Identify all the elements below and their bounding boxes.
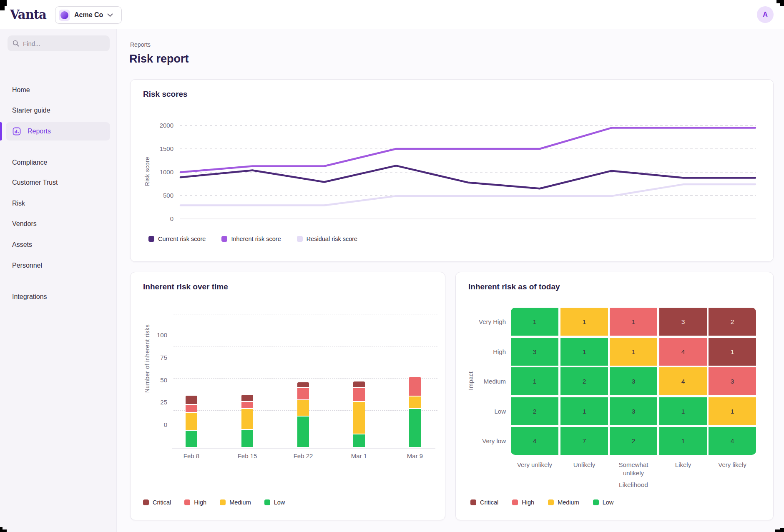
heatmap-row-label: Very low (456, 427, 506, 455)
legend-swatch (593, 499, 599, 505)
bar-segment-critical (297, 382, 309, 387)
legend-swatch (548, 499, 554, 505)
stacked-bar (353, 381, 365, 447)
y-tick-label: 1500 (160, 145, 173, 152)
heatmap-cell: 1 (610, 338, 657, 366)
bar-segment-high (409, 377, 421, 396)
y-tick-label: 25 (134, 399, 167, 406)
bar-segment-critical (186, 396, 197, 404)
sidebar-item-personnel[interactable]: Personnel (0, 257, 117, 274)
heatmap-col-label: Somewhat unlikely (610, 461, 657, 478)
sidebar: Home Starter guide Tests Reports Complia… (0, 29, 117, 532)
stacked-bar (297, 382, 309, 447)
y-tick-label: 75 (134, 354, 167, 361)
series-line-residual-risk-score (181, 184, 755, 205)
legend-swatch (470, 499, 476, 505)
bar-segment-low (409, 409, 421, 447)
bar-segment-medium (186, 413, 197, 430)
bar-segment-low (186, 431, 197, 447)
legend-item-critical: Critical (470, 499, 498, 506)
legend-item-current: Current risk score (148, 236, 206, 242)
sidebar-item-integrations[interactable]: Integrations (0, 289, 117, 305)
sidebar-item-vendors[interactable]: Vendors (0, 216, 117, 232)
sidebar-item-customer-trust[interactable]: Customer Trust (0, 174, 117, 191)
sidebar-item-assets[interactable]: Assets (0, 236, 117, 253)
avatar[interactable]: A (757, 6, 774, 23)
stacked-bar (241, 395, 253, 447)
bar-chart-title: Inherent risk over time (143, 282, 228, 291)
sidebar-item-starter-guide[interactable]: Starter guide (0, 102, 117, 119)
heatmap-cell: 1 (659, 397, 707, 425)
heatmap-xlabel: Likelihood (592, 481, 675, 489)
heatmap-cell: 3 (659, 308, 707, 336)
x-tick-label: Feb 22 (282, 452, 324, 459)
bar-segment-medium (241, 409, 253, 429)
legend-swatch (220, 499, 226, 505)
heatmap-cell: 2 (511, 397, 558, 425)
heatmap-row-label: Very High (456, 308, 506, 336)
bar-segment-medium (409, 396, 421, 408)
heatmap-col-label: Very unlikely (511, 461, 558, 469)
org-switcher[interactable]: Acme Co (55, 6, 122, 24)
gridline (173, 346, 437, 346)
risk-scores-card: Risk scores Risk score 0500100015002000 … (130, 79, 774, 262)
legend-item-high: High (512, 499, 534, 506)
bar-segment-high (353, 388, 365, 401)
x-tick-label: Feb 8 (171, 452, 212, 459)
heatmap-col-label: Unlikely (560, 461, 608, 469)
org-icon (59, 10, 70, 21)
heatmap-legend: CriticalHighMediumLow (470, 499, 613, 506)
heatmap-cell: 1 (511, 367, 558, 395)
y-tick-label: 2000 (160, 122, 173, 129)
risk-scores-title: Risk scores (143, 90, 188, 99)
heatmap-cell: 3 (610, 367, 657, 395)
x-tick-label: Mar 9 (394, 452, 436, 459)
bar-segment-medium (297, 400, 309, 416)
heatmap-row-label: Low (456, 397, 506, 425)
legend-swatch (264, 499, 270, 505)
bar-segment-medium (353, 402, 365, 434)
legend-item-high: High (184, 499, 206, 506)
heatmap-cell: 7 (560, 427, 608, 455)
heatmap-col-label: Likely (659, 461, 707, 469)
avatar-initial: A (763, 11, 768, 18)
sidebar-item-home[interactable]: Home (0, 82, 117, 98)
risk-scores-legend: Current risk score Inherent risk score R… (148, 236, 357, 242)
legend-item-medium: Medium (220, 499, 251, 506)
heatmap-cell: 1 (709, 338, 756, 366)
heatmap-cell: 4 (511, 427, 558, 455)
search-input[interactable] (23, 40, 98, 47)
heatmap-cell: 1 (560, 397, 608, 425)
legend-item-low: Low (593, 499, 614, 506)
x-tick-label: Mar 1 (338, 452, 380, 459)
stacked-bar (409, 377, 421, 447)
y-tick-label: 100 (134, 331, 167, 339)
heatmap-cell: 3 (709, 367, 756, 395)
sidebar-search[interactable] (8, 35, 110, 51)
sidebar-item-reports[interactable]: Reports (6, 122, 110, 141)
heatmap-cell: 4 (709, 427, 756, 455)
heatmap-cell: 1 (560, 338, 608, 366)
y-tick-label: 500 (163, 192, 173, 199)
top-bar: Vanta Acme Co A (0, 0, 784, 29)
sidebar-item-risk[interactable]: Risk (0, 195, 117, 212)
y-tick-label: 50 (134, 376, 167, 384)
bar-chart-legend: CriticalHighMediumLow (143, 499, 285, 506)
heatmap-cell: 1 (659, 427, 707, 455)
breadcrumb[interactable]: Reports (130, 41, 151, 48)
legend-item-residual: Residual risk score (297, 236, 358, 242)
heatmap-row-label: Medium (456, 367, 506, 395)
active-item-indicator (0, 122, 2, 141)
risk-scores-line-chart: 0500100015002000 (138, 117, 764, 226)
legend-swatch (184, 499, 190, 505)
heatmap-row-label: High (456, 338, 506, 366)
legend-item-low: Low (264, 499, 285, 506)
sidebar-divider (8, 282, 113, 282)
legend-swatch (148, 236, 154, 242)
legend-swatch (297, 236, 303, 242)
x-axis-line (172, 448, 435, 449)
sidebar-item-compliance[interactable]: Compliance (0, 154, 117, 171)
legend-item-inherent: Inherent risk score (221, 236, 281, 242)
heatmap-cell: 1 (560, 308, 608, 336)
sidebar-divider (8, 147, 113, 147)
